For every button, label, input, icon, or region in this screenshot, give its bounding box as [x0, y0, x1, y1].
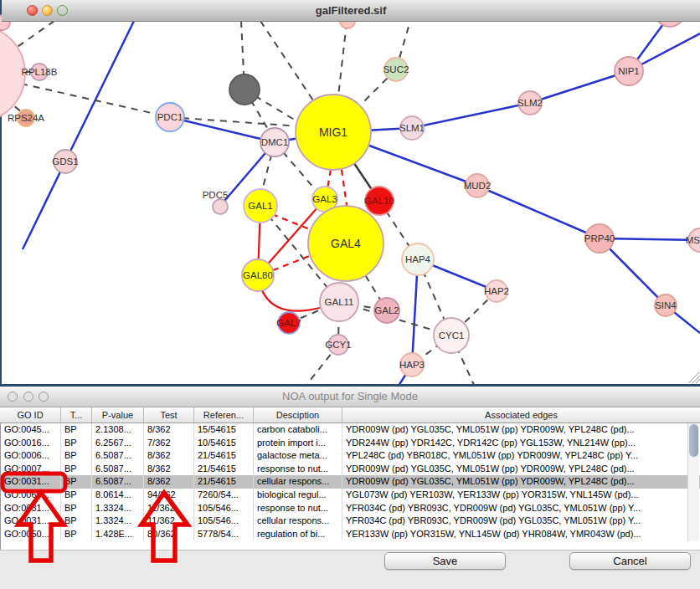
cancel-button[interactable]: Cancel	[569, 552, 691, 570]
table-row[interactable]: GO:0007...BP6.5087...8/36221/54615respon…	[1, 463, 700, 476]
table-cell: BP	[61, 437, 92, 450]
table-cell: BP	[61, 528, 92, 541]
table-row[interactable]: GO:0045...BP2.1308...8/36215/54615carbon…	[1, 423, 700, 437]
network-pane[interactable]	[2, 0, 700, 384]
node-label: MIG1	[319, 125, 347, 139]
table-row[interactable]: GO:0050...BP1.428E...80/3625778/54...reg…	[1, 528, 700, 541]
table-cell: 80/362	[144, 528, 194, 541]
node-label: SUC2	[383, 64, 409, 74]
table-cell: BP	[61, 423, 92, 437]
table-cell: galactose meta...	[254, 449, 342, 463]
node-label: SLM2	[517, 98, 543, 108]
table-row[interactable]: GO:0006...BP6.5087...8/36221/54615galact…	[1, 449, 700, 463]
node-label: GAL3	[312, 194, 337, 204]
node-unlabeled[interactable]	[229, 74, 260, 105]
table-cell: GO:0031...	[1, 475, 61, 489]
table-cell: GO:0031...	[1, 515, 61, 528]
table-cell: BP	[61, 502, 92, 515]
column-header[interactable]: Referen...	[194, 407, 254, 423]
table-cell: BP	[61, 475, 92, 489]
table-cell: 105/546...	[194, 515, 254, 528]
scrollbar-thumb[interactable]	[689, 424, 698, 457]
node-label: MSI	[686, 235, 700, 245]
node-label: HAP2	[484, 286, 509, 296]
column-header[interactable]: Associated edges	[342, 407, 700, 423]
table-cell: 1.3324...	[92, 515, 144, 528]
node-label: SLM1	[399, 123, 425, 133]
window-title: galFiltered.sif	[2, 0, 700, 21]
column-header[interactable]: Test	[144, 407, 194, 423]
button-bar: Save Cancel	[0, 550, 700, 589]
table-cell: 1.428E...	[92, 528, 144, 541]
table-cell: GO:0050...	[1, 528, 61, 541]
node-label: GAL4	[331, 237, 361, 250]
save-button[interactable]: Save	[384, 552, 506, 570]
table-cell: YDR009W (pd) YGL035C, YML051W (pp) YDR00…	[342, 423, 700, 437]
table-body: GO:0045...BP2.1308...8/36215/54615carbon…	[0, 423, 700, 550]
table-row[interactable]: GO:0065...BP8.0614...94/3627260/54...bio…	[1, 489, 700, 502]
table-cell: 2.1308...	[92, 423, 144, 437]
table-cell: 8/362	[144, 475, 194, 489]
network-canvas[interactable]: RPL18BRPS24AGDS1PDC1DMC1MIG1SUC2SLM1SLM2…	[0, 0, 700, 384]
table-cell: 6.2567...	[92, 437, 144, 450]
table-row[interactable]: GO:0031...BP1.3324...11/362105/546...res…	[1, 502, 700, 515]
table-cell: 105/546...	[194, 502, 254, 515]
table-cell: 1.3324...	[92, 502, 144, 515]
table-cell: 21/54615	[194, 449, 254, 463]
table-cell: 5778/54...	[194, 528, 254, 541]
table-cell: 7/362	[144, 437, 194, 450]
table-cell: 6.5087...	[92, 463, 144, 476]
table-cell: 8/362	[144, 423, 194, 437]
table-cell: 8/362	[144, 463, 194, 476]
node-label: GAL2	[374, 305, 399, 315]
table-cell: YER133W (pp) YOR315W, YNL145W (pd) YHR08…	[342, 528, 700, 541]
table-cell: GO:0016...	[1, 437, 61, 450]
node-label: SIN4	[655, 300, 677, 310]
network-window: RPL18BRPS24AGDS1PDC1DMC1MIG1SUC2SLM1SLM2…	[0, 0, 700, 384]
window-title: NOA output for Single Mode	[0, 387, 700, 407]
table-row[interactable]: GO:0031...BP1.3324...11/362105/546...cel…	[1, 515, 700, 528]
table-cell: response to nut...	[254, 502, 342, 515]
table-cell: 6.5087...	[92, 449, 144, 463]
column-header[interactable]: T...	[61, 407, 92, 423]
table-cell: YGL073W (pd) YER103W, YER133W (pp) YOR31…	[342, 489, 700, 502]
column-header[interactable]: GO ID	[0, 407, 61, 423]
table-cell: YDR009W (pd) YGL035C, YML051W (pp) YDR00…	[342, 463, 700, 476]
column-header[interactable]: P-value	[92, 407, 144, 423]
node-label: GAL10	[364, 196, 394, 206]
node-label: DMC1	[261, 137, 289, 147]
table-row[interactable]: GO:0031...BP6.5087...8/36221/54615cellul…	[1, 475, 700, 489]
vertical-scrollbar[interactable]	[687, 423, 699, 541]
table-cell: 11/362	[144, 502, 194, 515]
table-cell: carbon cataboli...	[254, 423, 342, 437]
table-cell: GO:0065...	[1, 489, 61, 502]
table-header: GO IDT...P-valueTestReferen...Desciption…	[0, 407, 700, 423]
table-cell: GO:0007...	[1, 463, 61, 476]
table-cell: 21/54615	[194, 475, 254, 489]
table-cell: BP	[61, 489, 92, 502]
noa-titlebar[interactable]: NOA output for Single Mode	[0, 387, 700, 407]
node-label: PDC1	[157, 112, 183, 122]
network-titlebar[interactable]: galFiltered.sif	[2, 0, 700, 22]
table-cell: YFR034C (pd) YBR093C, YDR009W (pd) YGL03…	[342, 502, 700, 515]
node-label: PRP40	[584, 233, 615, 243]
node-label: GAL11	[325, 297, 354, 307]
table-cell: GO:0006...	[1, 449, 61, 463]
node-label: PDC5	[203, 190, 229, 200]
table-cell: GO:0031...	[1, 502, 61, 515]
table-cell: 8.0614...	[92, 489, 144, 502]
node-PDC5[interactable]	[213, 199, 228, 214]
table-row[interactable]: GO:0016...BP6.2567...7/36210/54615protei…	[1, 437, 700, 450]
table-rows: GO:0045...BP2.1308...8/36215/54615carbon…	[1, 423, 700, 540]
table-cell: YPL248C (pd) YBR018C, YML051W (pp) YDR00…	[342, 449, 700, 463]
table-cell: 7260/54...	[194, 489, 254, 502]
node-label: GCY1	[325, 340, 351, 350]
node-label: RPL18B	[22, 67, 58, 77]
table-cell: YFR034C (pd) YBR093C, YDR009W (pd) YGL03…	[342, 515, 700, 528]
table-cell: YDR009W (pd) YGL035C, YML051W (pp) YDR00…	[342, 475, 700, 489]
table-cell: regulation of bi...	[254, 528, 342, 541]
column-header[interactable]: Desciption	[254, 407, 342, 423]
node-label: GAL80	[243, 270, 273, 280]
node-label: GAL7	[276, 318, 301, 328]
node-label: MUD2	[464, 181, 492, 191]
